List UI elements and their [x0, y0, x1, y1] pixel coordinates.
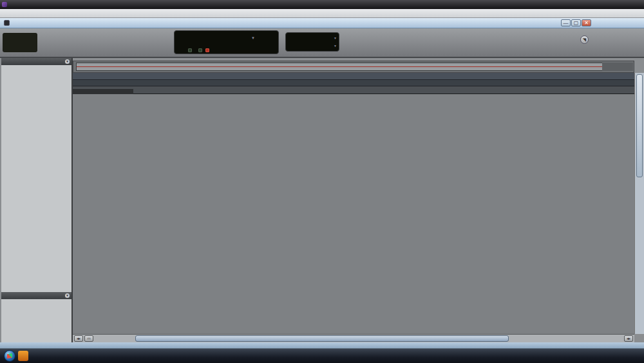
cursor-readout: [178, 48, 276, 52]
horizontal-scrollbar[interactable]: ◂▸ ▭ ◂▸: [73, 334, 634, 342]
edit-window-titlebar[interactable]: — ▢ ✕: [0, 18, 644, 28]
menu-bar: [0, 9, 644, 18]
delay-chip[interactable]: [198, 48, 202, 52]
groups-panel-menu-icon[interactable]: ▾: [65, 293, 70, 298]
restore-button[interactable]: ▢: [571, 19, 581, 26]
horizontal-scroll-thumb[interactable]: [135, 335, 509, 342]
sidebar: ▾ ▾: [1, 58, 73, 342]
vertical-scrollbar[interactable]: [634, 73, 644, 334]
scroll-right-button[interactable]: ◂▸: [624, 335, 633, 342]
media-player-icon[interactable]: [18, 351, 28, 361]
io-column-label: [97, 89, 133, 94]
tracks-panel-header[interactable]: ▾: [1, 58, 71, 65]
toolbar-options-button[interactable]: ◥: [580, 35, 589, 44]
minsecs-ruler[interactable]: [73, 80, 634, 86]
edit-window-buttons: — ▢ ✕: [561, 19, 591, 26]
close-button[interactable]: ✕: [582, 19, 591, 26]
universe-dark-region: [602, 63, 633, 71]
universe-overview[interactable]: [73, 61, 634, 73]
grid-dropdown-icon[interactable]: ▼: [334, 36, 337, 40]
tracks-panel-menu-icon[interactable]: ▾: [65, 59, 70, 64]
edit-window-icon: [4, 20, 10, 26]
start-button[interactable]: [4, 350, 15, 362]
grid-nudge-cluster: ▼ ▼: [285, 32, 339, 52]
groups-panel-header[interactable]: ▾: [1, 292, 71, 299]
minimize-button[interactable]: —: [561, 19, 571, 26]
counter-dropdown-icon[interactable]: ▼: [251, 36, 255, 40]
window-bottom-frame: [0, 342, 644, 348]
bars-ruler[interactable]: [73, 73, 634, 80]
grid-row[interactable]: ▼: [288, 34, 337, 42]
windows-taskbar: [0, 348, 644, 363]
main-counter[interactable]: ▼: [174, 30, 279, 54]
timeline-insertion-chip[interactable]: [188, 48, 192, 52]
windows-flag-icon: [7, 353, 12, 358]
vertical-scroll-thumb[interactable]: [636, 74, 643, 177]
edit-mode-cluster: [3, 33, 37, 52]
edit-canvas[interactable]: [73, 94, 634, 334]
app-titlebar: [0, 0, 644, 9]
track-list: [1, 65, 71, 292]
scroll-zoom-button[interactable]: ▭: [84, 335, 93, 342]
protools-app-icon: [2, 2, 7, 7]
nudge-dropdown-icon[interactable]: ▼: [334, 44, 337, 48]
universe-playline: [77, 66, 602, 67]
scroll-left-button[interactable]: ◂▸: [74, 335, 83, 342]
record-chip[interactable]: [205, 48, 209, 52]
markers-ruler[interactable]: [73, 86, 634, 94]
track-column-header: [73, 89, 133, 94]
screen: — ▢ ✕ ▼ ▼ ▼: [0, 0, 644, 363]
nudge-row[interactable]: ▼: [288, 42, 337, 50]
